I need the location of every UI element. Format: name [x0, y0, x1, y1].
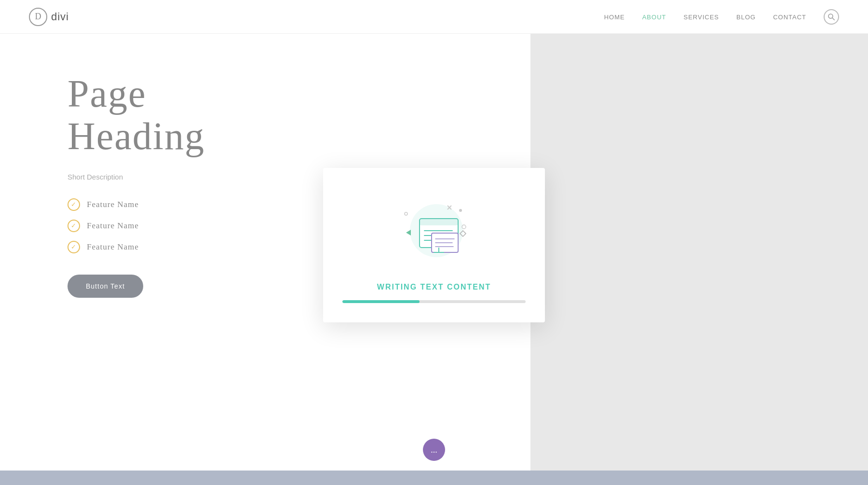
logo-text: divi: [51, 11, 69, 23]
svg-point-0: [828, 14, 833, 18]
nav-home[interactable]: HOME: [604, 14, 625, 21]
nav-contact[interactable]: CONTACT: [773, 14, 806, 21]
search-button[interactable]: [824, 9, 839, 25]
card-title: WRITING TEXT CONTENT: [377, 283, 491, 291]
svg-point-3: [459, 209, 462, 212]
page-heading: Page Heading: [68, 72, 868, 157]
svg-rect-11: [420, 219, 458, 225]
nav-blog[interactable]: BLOG: [736, 14, 756, 21]
logo-circle: D: [29, 8, 47, 26]
svg-marker-9: [406, 230, 411, 236]
progress-bar-fill: [342, 300, 420, 303]
footer-dot-button[interactable]: ...: [423, 439, 445, 461]
check-icon-2: ✓: [68, 220, 80, 232]
navigation: D divi HOME ABOUT SERVICES BLOG CONTACT: [0, 0, 868, 34]
main-content: Page Heading Short Description ✓ Feature…: [0, 34, 868, 485]
nav-services[interactable]: SERVICES: [683, 14, 719, 21]
floating-card: WRITING TEXT CONTENT: [323, 168, 545, 322]
logo-letter: D: [35, 12, 41, 22]
feature-label-2: Feature Name: [87, 221, 139, 231]
progress-bar: [342, 300, 526, 303]
nav-links: HOME ABOUT SERVICES BLOG CONTACT: [604, 9, 839, 25]
footer-bar: [0, 471, 868, 485]
illustration: [386, 192, 482, 269]
check-icon-3: ✓: [68, 241, 80, 253]
logo-link[interactable]: D divi: [29, 8, 69, 26]
search-icon: [828, 14, 835, 20]
feature-label-1: Feature Name: [87, 200, 139, 209]
svg-point-5: [405, 212, 407, 215]
cta-button[interactable]: Button Text: [68, 275, 143, 298]
nav-about[interactable]: ABOUT: [642, 14, 666, 21]
svg-line-1: [833, 18, 835, 20]
footer-dot-label: ...: [431, 445, 437, 455]
feature-label-3: Feature Name: [87, 242, 139, 252]
check-icon-1: ✓: [68, 198, 80, 211]
